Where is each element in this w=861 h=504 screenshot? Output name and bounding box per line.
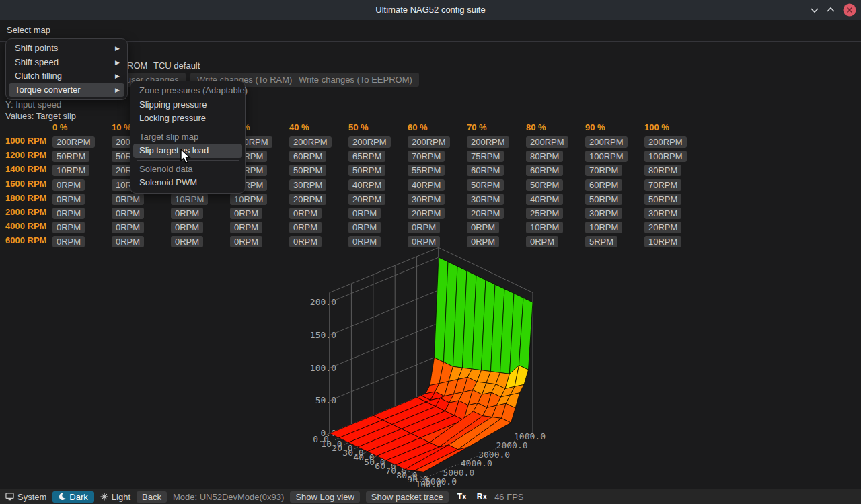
table-cell[interactable]: 50RPM [644,194,681,205]
close-icon[interactable] [842,3,857,17]
table-cell[interactable]: 10RPM [644,236,681,247]
table-cell[interactable]: 80RPM [644,165,681,176]
table-cell[interactable]: 0RPM [112,222,144,233]
menu-item-clutch-filling[interactable]: Clutch filling▶ [9,69,124,83]
table-cell[interactable]: 0RPM [408,222,440,233]
table-cell[interactable]: 200RPM [289,136,332,148]
table-cell[interactable]: 0RPM [467,222,499,233]
table-cell[interactable]: 10RPM [585,222,622,233]
menu-item-shift-speed[interactable]: Shift speed▶ [9,56,124,70]
table-cell[interactable]: 10RPM [230,194,267,205]
table-cell[interactable]: 200RPM [52,136,95,148]
table-cell[interactable]: 20RPM [408,208,445,219]
table-cell[interactable]: 40RPM [526,194,563,205]
table-cell[interactable]: 60RPM [467,165,504,176]
write-changes-eeprom-button[interactable]: Write changes (To EEPROM) [292,73,419,87]
menu-separator [137,128,239,128]
table-cell[interactable]: 0RPM [171,222,203,233]
menu-item-locking-pressure[interactable]: Locking pressure [133,112,242,126]
table-cell[interactable]: 0RPM [52,208,85,219]
table-cell[interactable]: 20RPM [467,208,504,219]
table-cell[interactable]: 70RPM [644,179,681,191]
table-cell[interactable]: 55RPM [408,165,445,176]
table-cell[interactable]: 10RPM [52,165,89,176]
table-cell[interactable]: 25RPM [526,208,563,219]
table-cell[interactable]: 0RPM [526,236,558,247]
table-cell[interactable]: 20RPM [644,222,681,233]
table-cell[interactable]: 30RPM [289,179,326,191]
table-cell[interactable]: 0RPM [348,236,381,247]
table-cell[interactable]: 0RPM [289,222,322,233]
table-cell[interactable]: 0RPM [467,236,499,247]
menu-item-slipping-pressure[interactable]: Slipping pressure [133,98,242,112]
table-cell[interactable]: 0RPM [52,179,85,191]
table-cell[interactable]: 50RPM [526,179,563,191]
table-cell[interactable]: 200RPM [348,136,391,148]
table-cell[interactable]: 0RPM [408,236,440,247]
light-theme-item[interactable]: Light [100,492,130,502]
table-cell[interactable]: 0RPM [230,222,262,233]
menu-item-shift-points[interactable]: Shift points▶ [9,42,124,56]
table-cell[interactable]: 200RPM [644,136,687,148]
table-cell[interactable]: 60RPM [289,151,326,162]
table-cell[interactable]: 0RPM [348,208,381,219]
table-cell[interactable]: 20RPM [289,194,326,205]
table-cell[interactable]: 0RPM [112,236,144,247]
table-cell[interactable]: 30RPM [644,208,681,219]
table-cell[interactable]: 40RPM [408,179,445,191]
table-cell[interactable]: 60RPM [585,179,622,191]
table-cell[interactable]: 0RPM [289,236,322,247]
menubar: Select map [0,20,861,42]
show-log-view-button[interactable]: Show Log view [290,491,359,503]
table-cell[interactable]: 0RPM [112,208,144,219]
row-header: 2000 RPM [5,207,46,217]
table-cell[interactable]: 100RPM [585,151,628,162]
table-cell[interactable]: 0RPM [52,222,85,233]
column-header: 90 % [585,122,605,132]
back-button[interactable]: Back [137,491,167,503]
system-theme-item[interactable]: System [5,492,46,502]
table-cell[interactable]: 0RPM [348,222,381,233]
table-cell[interactable]: 65RPM [348,151,385,162]
table-cell[interactable]: 200RPM [408,136,450,148]
table-cell[interactable]: 50RPM [52,151,89,162]
table-cell[interactable]: 70RPM [408,151,445,162]
menu-select-map[interactable]: Select map [0,20,57,40]
column-header: 0 % [52,122,67,132]
table-cell[interactable]: 40RPM [348,179,385,191]
table-cell[interactable]: 0RPM [52,236,85,247]
table-cell[interactable]: 0RPM [230,236,262,247]
table-cell[interactable]: 70RPM [585,165,622,176]
dark-theme-button[interactable]: Dark [52,491,93,503]
table-cell[interactable]: 30RPM [585,208,622,219]
table-cell[interactable]: 0RPM [230,208,262,219]
menu-item-solenoid-pwm[interactable]: Solenoid PWM [133,176,242,190]
table-cell[interactable]: 50RPM [585,194,622,205]
tab-tcu-default[interactable]: TCU default [153,60,200,71]
table-cell[interactable]: 20RPM [348,194,385,205]
table-cell[interactable]: 200RPM [467,136,509,148]
table-cell[interactable]: 0RPM [171,236,203,247]
table-cell[interactable]: 0RPM [52,194,85,205]
menu-item-torque-converter[interactable]: Torque converter▶ [9,83,124,97]
table-cell[interactable]: 50RPM [289,165,326,176]
show-packet-trace-button[interactable]: Show packet trace [366,491,449,503]
table-cell[interactable]: 200RPM [585,136,628,148]
table-cell[interactable]: 10RPM [171,194,208,205]
table-cell[interactable]: 80RPM [526,151,563,162]
maximize-icon[interactable] [823,3,838,17]
table-cell[interactable]: 5RPM [585,236,617,247]
table-cell[interactable]: 200RPM [526,136,568,148]
table-cell[interactable]: 30RPM [408,194,445,205]
table-cell[interactable]: 30RPM [467,194,504,205]
minimize-icon[interactable] [807,3,822,17]
table-cell[interactable]: 60RPM [526,165,563,176]
table-cell[interactable]: 0RPM [171,208,203,219]
table-cell[interactable]: 50RPM [348,165,385,176]
table-cell[interactable]: 10RPM [526,222,563,233]
table-cell[interactable]: 0RPM [289,208,322,219]
table-cell[interactable]: 0RPM [112,194,144,205]
table-cell[interactable]: 50RPM [467,179,504,191]
table-cell[interactable]: 100RPM [644,151,687,162]
table-cell[interactable]: 75RPM [467,151,504,162]
